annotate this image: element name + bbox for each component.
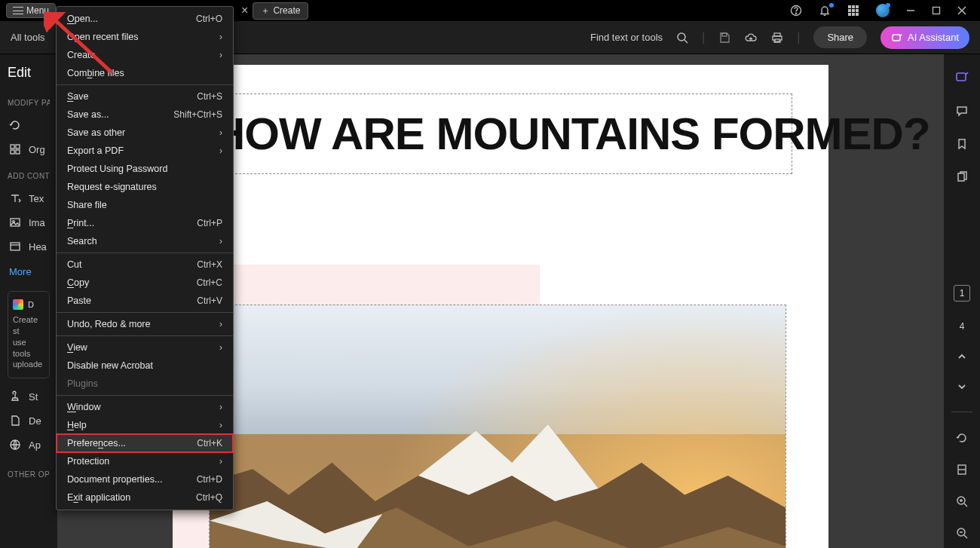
document-page: HOW ARE MOUNTAINS FORMED? xyxy=(173,65,828,548)
menu-item-undo-redo-more[interactable]: Undo, Redo & more› xyxy=(57,315,233,333)
svg-rect-9 xyxy=(852,13,855,16)
notifications-icon[interactable] xyxy=(819,5,831,17)
image-icon xyxy=(9,216,21,228)
svg-rect-10 xyxy=(856,13,859,16)
menu-item-save[interactable]: SaveCtrl+S xyxy=(57,87,233,106)
menu-button-label: Menu xyxy=(26,5,49,16)
menu-item-search[interactable]: Search› xyxy=(57,232,233,250)
print-icon[interactable] xyxy=(771,32,783,44)
menu-button[interactable]: Menu xyxy=(6,3,56,18)
cloud-icon[interactable] xyxy=(744,32,758,44)
svg-rect-5 xyxy=(848,9,851,12)
zoom-in-icon[interactable] xyxy=(956,495,968,507)
apps-icon[interactable] xyxy=(847,5,859,17)
sidebar-item-organize[interactable]: Org xyxy=(8,137,50,161)
menu-item-request-e-signatures[interactable]: Request e-signatures xyxy=(57,178,233,196)
svg-rect-8 xyxy=(848,13,851,16)
zoom-out-icon[interactable] xyxy=(956,527,968,539)
chevron-right-icon: › xyxy=(219,32,222,42)
create-button-label: Create xyxy=(273,5,300,16)
menu-item-exit-application[interactable]: Exit applicationCtrl+Q xyxy=(57,488,233,507)
document-icon xyxy=(9,415,21,427)
copy-icon[interactable] xyxy=(955,170,969,184)
menu-item-disable-new-acrobat[interactable]: Disable new Acrobat xyxy=(57,357,233,375)
menu-item-protection[interactable]: Protection› xyxy=(57,452,233,470)
sidebar-more-link[interactable]: More xyxy=(8,259,50,285)
help-icon[interactable] xyxy=(790,5,802,17)
menu-item-save-as[interactable]: Save as...Shift+Ctrl+S xyxy=(57,106,233,124)
svg-rect-30 xyxy=(957,73,966,81)
window-close-icon[interactable] xyxy=(957,6,966,15)
ai-panel-icon[interactable] xyxy=(954,69,969,84)
menu-item-copy[interactable]: CopyCtrl+C xyxy=(57,274,233,292)
rotate-view-icon[interactable] xyxy=(956,432,968,444)
bookmark-icon[interactable] xyxy=(955,137,969,151)
menu-item-help[interactable]: Help› xyxy=(57,416,233,434)
chevron-right-icon: › xyxy=(219,50,222,60)
window-minimize-icon[interactable] xyxy=(906,6,915,15)
page-down-icon[interactable] xyxy=(957,381,967,392)
menu-item-cut[interactable]: CutCtrl+X xyxy=(57,256,233,274)
account-globe-icon[interactable] xyxy=(876,4,890,17)
menu-item-create[interactable]: Create› xyxy=(57,46,233,64)
menu-item-protect-using-password[interactable]: Protect Using Password xyxy=(57,160,233,178)
sidebar-item-ap[interactable]: Ap xyxy=(8,433,50,457)
search-icon[interactable] xyxy=(676,32,688,44)
plus-icon: ＋ xyxy=(261,5,270,17)
hamburger-icon xyxy=(13,7,23,14)
page-up-icon[interactable] xyxy=(957,351,967,362)
sidebar-item-header[interactable]: Hea xyxy=(8,234,50,259)
menu-item-print[interactable]: Print...Ctrl+P xyxy=(57,214,233,232)
svg-rect-25 xyxy=(11,219,20,226)
menu-item-open[interactable]: Open...Ctrl+O xyxy=(57,10,233,28)
sidebar-item-de[interactable]: De xyxy=(8,409,50,433)
chevron-right-icon: › xyxy=(219,456,222,467)
svg-rect-12 xyxy=(933,8,940,14)
menu-item-export-a-pdf[interactable]: Export a PDF› xyxy=(57,142,233,160)
create-button[interactable]: ＋ Create xyxy=(253,2,308,20)
menu-item-document-properties[interactable]: Document properties...Ctrl+D xyxy=(57,470,233,488)
document-heading: HOW ARE MOUNTAINS FORMED? xyxy=(213,108,789,160)
menu-item-save-as-other[interactable]: Save as other› xyxy=(57,124,233,142)
svg-rect-21 xyxy=(11,145,14,148)
menu-item-preferences[interactable]: Preferences...Ctrl+K xyxy=(57,434,233,452)
svg-rect-2 xyxy=(848,5,851,8)
sidebar-section-add: ADD CONT xyxy=(8,172,50,180)
page-display-icon[interactable] xyxy=(956,464,968,476)
menu-item-combine-files[interactable]: Combine files xyxy=(57,64,233,82)
comments-icon[interactable] xyxy=(955,104,969,118)
chevron-right-icon: › xyxy=(219,127,222,138)
share-button[interactable]: Share xyxy=(813,26,867,48)
menu-item-view[interactable]: View› xyxy=(57,338,233,357)
chevron-right-icon: › xyxy=(219,342,222,353)
svg-rect-6 xyxy=(852,9,855,12)
menu-item-share-file[interactable]: Share file xyxy=(57,196,233,214)
svg-rect-24 xyxy=(16,150,20,154)
menu-item-open-recent-files[interactable]: Open recent files› xyxy=(57,28,233,46)
svg-rect-20 xyxy=(893,35,900,41)
document-heading-box[interactable]: HOW ARE MOUNTAINS FORMED? xyxy=(209,93,792,174)
window-maximize-icon[interactable] xyxy=(932,6,941,15)
ai-assistant-button[interactable]: AI Assistant xyxy=(880,26,969,49)
all-tools-link[interactable]: All tools xyxy=(11,32,45,43)
tab-close-icon[interactable]: × xyxy=(241,4,248,17)
right-sidebar: 1 4 xyxy=(944,54,980,548)
app-logo-icon xyxy=(13,299,23,310)
menu-item-paste[interactable]: PasteCtrl+V xyxy=(57,292,233,310)
save-icon[interactable] xyxy=(718,32,730,44)
document-image-box[interactable] xyxy=(209,305,786,548)
svg-rect-19 xyxy=(775,39,779,41)
chevron-right-icon: › xyxy=(219,402,222,412)
sidebar-title: Edit xyxy=(8,65,50,81)
current-page-badge[interactable]: 1 xyxy=(954,285,970,302)
sidebar-item-image[interactable]: Ima xyxy=(8,210,50,234)
svg-rect-7 xyxy=(856,9,859,12)
sidebar-item-st[interactable]: St xyxy=(8,384,50,409)
menu-item-window[interactable]: Window› xyxy=(57,398,233,416)
chevron-right-icon: › xyxy=(219,420,222,430)
sidebar-item-rotate[interactable] xyxy=(8,113,50,137)
left-sidebar: Edit MODIFY PA Org ADD CONT Tex Ima Hea … xyxy=(0,54,57,548)
sidebar-section-modify: MODIFY PA xyxy=(8,99,50,107)
chevron-right-icon: › xyxy=(219,236,222,246)
sidebar-item-text[interactable]: Tex xyxy=(8,186,50,210)
